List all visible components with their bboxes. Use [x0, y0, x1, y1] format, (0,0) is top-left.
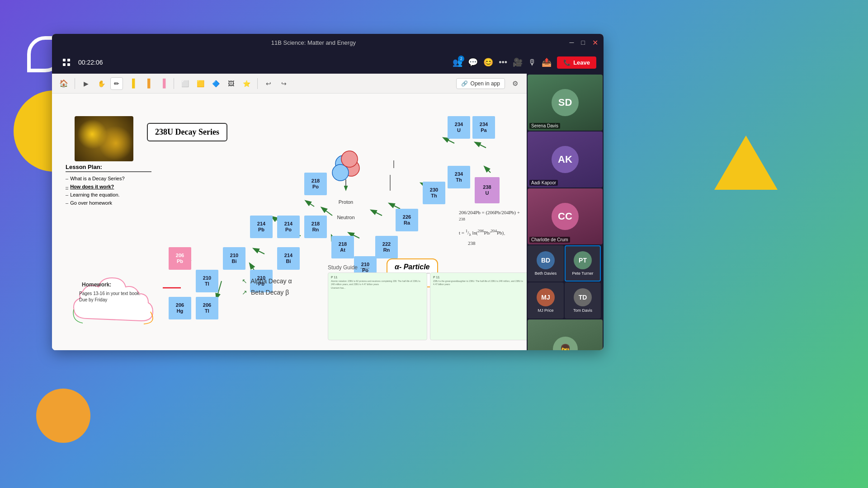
close-button[interactable]: ✕ — [592, 38, 598, 47]
participants-badge: 2 — [458, 56, 464, 62]
mic-icon[interactable]: 🎙 — [528, 58, 536, 67]
participant-video-bottom[interactable]: 👦 — [528, 319, 603, 350]
decay-series-title: 238U Decay Series — [147, 123, 227, 141]
participant-video-charlotte[interactable]: CC Charlotte de Crum — [528, 188, 603, 244]
marker-pink-tool[interactable]: ▐ — [156, 77, 169, 90]
toolbar-right: 👥 2 💬 😊 ••• 🎥 🎙 📤 📞 Leave — [453, 56, 596, 69]
whiteboard-panel: 🏠 ▶ ✋ ✏ ▐ ▐ ▐ ⬜ 🟨 🔷 🖼 ⭐ ↩ ↪ 🔗 — [52, 74, 527, 350]
marker-yellow-tool[interactable]: ▐ — [126, 77, 138, 90]
sticky-238U[interactable]: 238U — [475, 177, 500, 203]
sticky-206Pb[interactable]: 206Pb — [169, 247, 191, 270]
decay-labels: ↖ Alpha Decay α ↗ Beta Decay β — [242, 276, 292, 298]
reactions-icon[interactable]: 😊 — [483, 57, 493, 67]
toolbar-separator-1 — [75, 78, 75, 89]
participant-avatar-beth[interactable]: BD Beth Davies — [528, 245, 564, 282]
svg-point-27 — [332, 164, 349, 181]
lesson-item-1: – What is a Decay Series? — [66, 176, 151, 181]
participant-name-charlotte: Charlotte de Crum — [529, 237, 570, 243]
participant-avatar-mj[interactable]: MJ MJ Price — [528, 282, 564, 319]
maximize-button[interactable]: □ — [581, 39, 585, 46]
study-guide-section: Study Guide —— P 11 Atomic notation: 238… — [328, 264, 527, 341]
sticky-226Ra[interactable]: 226Ra — [396, 209, 418, 231]
sticky-218Rn[interactable]: 218Rn — [304, 216, 327, 238]
toolbar-separator-3 — [257, 78, 258, 89]
lesson-plan-title: Lesson Plan: — [66, 164, 151, 172]
svg-line-9 — [255, 249, 264, 254]
svg-line-21 — [486, 168, 491, 173]
study-guide-cards: P 11 Atomic notation: 238U is 92 protons… — [328, 272, 527, 340]
whiteboard-canvas[interactable]: 238U Decay Series Lesson Plan: – What is… — [52, 94, 527, 350]
minimize-button[interactable]: ─ — [570, 39, 574, 46]
sticky-234Th-top[interactable]: 234Th — [448, 166, 470, 188]
sticky-206Hg[interactable]: 206Hg — [169, 297, 191, 319]
sticky-234Pa[interactable]: 234Pa — [472, 116, 495, 139]
sticky-210Bi[interactable]: 210Bi — [223, 247, 245, 270]
image-tool[interactable]: 🖼 — [225, 77, 237, 90]
sticky-note-tool[interactable]: 🟨 — [194, 77, 207, 90]
participant-avatar-tom[interactable]: TD Tom Davis — [565, 282, 601, 319]
participant-video-aadi[interactable]: AK Aadi Kapoor — [528, 131, 603, 188]
lesson-item-3: – Learning the equation. — [66, 192, 151, 197]
toolbar-left: 00:22:06 — [59, 55, 103, 70]
sticky-210Tl[interactable]: 210Tl — [196, 270, 218, 292]
study-card-1[interactable]: P 11 Atomic notation: 238U is 92 protons… — [328, 272, 427, 340]
bg-arrow-yellow — [714, 136, 778, 190]
sticky-222Rn[interactable]: 222Rn — [375, 236, 398, 258]
sticky-230Th[interactable]: 230Th — [423, 182, 445, 204]
participants-icon[interactable]: 👥 2 — [453, 57, 462, 67]
homework-title: Homework: — [82, 282, 111, 288]
grid-icon[interactable] — [59, 55, 74, 70]
sticky-218At[interactable]: 218At — [331, 236, 354, 258]
study-guide-header: Study Guide —— — [328, 264, 527, 271]
bg-circle-orange — [36, 389, 90, 443]
participant-video-serena[interactable]: SD Serena Davis — [528, 75, 603, 131]
participant-avatar-pete[interactable]: PT Pete Turner — [565, 245, 601, 282]
lesson-plan: Lesson Plan: – What is a Decay Series? –… — [66, 164, 151, 208]
sticky-234U[interactable]: 234U — [448, 116, 470, 139]
leave-button[interactable]: 📞 Leave — [557, 56, 596, 69]
window-controls: ─ □ ✕ — [570, 38, 598, 47]
participant-name-serena: Serena Davis — [529, 123, 560, 129]
camera-icon[interactable]: 🎥 — [513, 57, 523, 67]
lesson-item-4: – Go over homework — [66, 200, 151, 206]
svg-line-12 — [307, 202, 314, 206]
pencil-tool[interactable]: ✏ — [110, 77, 123, 90]
svg-rect-3 — [67, 63, 70, 66]
home-button[interactable]: 🏠 — [57, 77, 70, 90]
sticky-218Po[interactable]: 218Po — [304, 173, 327, 195]
share-screen-icon[interactable]: 📤 — [542, 57, 552, 67]
settings-button[interactable]: ⚙ — [509, 77, 521, 90]
undo-button[interactable]: ↩ — [262, 77, 275, 90]
sticky-214Po[interactable]: 214Po — [277, 216, 300, 238]
chat-icon[interactable]: 💬 — [468, 57, 478, 67]
meeting-toolbar: 00:22:06 👥 2 💬 😊 ••• 🎥 🎙 📤 📞 Leave — [52, 51, 604, 74]
lesson-item-2: – How does it work? — [66, 184, 151, 189]
more-options-icon[interactable]: ••• — [499, 58, 507, 67]
uranium-img-inner — [75, 116, 133, 161]
teams-window: 11B Science: Matter and Energy ─ □ ✕ 00:… — [52, 34, 604, 350]
sticky-214Pb[interactable]: 214Pb — [250, 216, 273, 238]
participant-row-beth-pete: BD Beth Davies PT Pete Turner — [528, 245, 603, 282]
select-tool[interactable]: ▶ — [80, 77, 92, 90]
homework-cloud-container: Homework: Pages 13-16 in your text book.… — [69, 269, 160, 332]
uranium-image — [75, 116, 133, 161]
lasso-tool[interactable]: ✋ — [95, 77, 108, 90]
study-card-2[interactable]: P 11 238U is the great-granddaughter to … — [430, 272, 527, 340]
drawing-toolbar: 🏠 ▶ ✋ ✏ ▐ ▐ ▐ ⬜ 🟨 🔷 🖼 ⭐ ↩ ↪ 🔗 — [52, 74, 527, 94]
object-tool[interactable]: 🔷 — [209, 77, 222, 90]
shape-tool[interactable]: ⬜ — [179, 77, 191, 90]
svg-point-28 — [341, 151, 358, 167]
open-in-app-button[interactable]: 🔗 Open in app — [456, 78, 505, 89]
participant-row-mj-tom: MJ MJ Price TD Tom Davis — [528, 282, 603, 319]
sticky-206Tl[interactable]: 206Tl — [196, 297, 218, 319]
homework-content: Pages 13-16 in your text book. Due by Fr… — [79, 291, 149, 303]
participant-name-aadi: Aadi Kapoor — [529, 180, 558, 186]
decay-equation: 206/204Pb = (206Pb/204Pb) + 238 t = 1/λ … — [459, 209, 527, 247]
svg-line-16 — [373, 211, 382, 216]
sticky-214Bi[interactable]: 214Bi — [277, 247, 300, 270]
participants-panel: SD Serena Davis AK Aadi Kapoor CC Charlo… — [527, 74, 604, 350]
marker-orange-tool[interactable]: ▐ — [141, 77, 154, 90]
redo-button[interactable]: ↪ — [278, 77, 290, 90]
content-area: 🏠 ▶ ✋ ✏ ▐ ▐ ▐ ⬜ 🟨 🔷 🖼 ⭐ ↩ ↪ 🔗 — [52, 74, 604, 350]
star-tool[interactable]: ⭐ — [240, 77, 253, 90]
